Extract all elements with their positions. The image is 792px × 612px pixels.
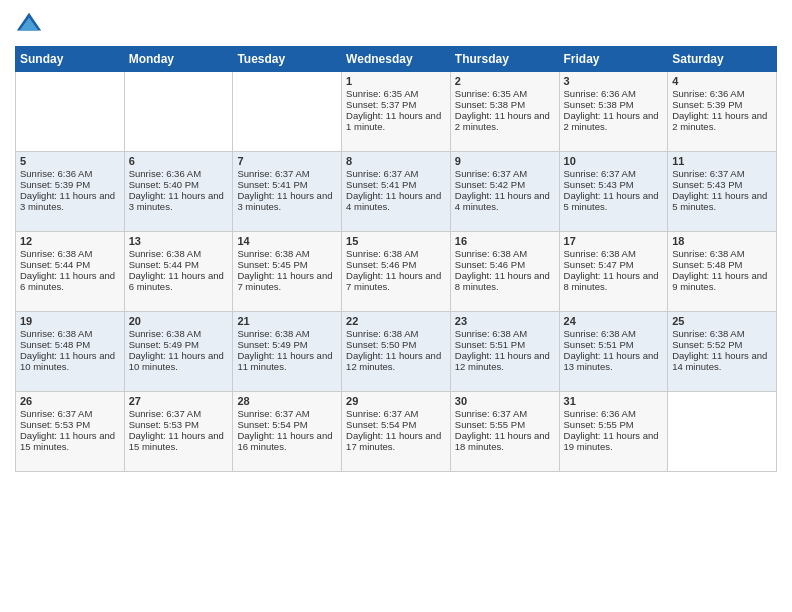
daylight-text: Daylight: 11 hours and 15 minutes. xyxy=(129,430,229,452)
sunrise-text: Sunrise: 6:38 AM xyxy=(672,248,772,259)
calendar-day-cell: 19Sunrise: 6:38 AMSunset: 5:48 PMDayligh… xyxy=(16,312,125,392)
sunrise-text: Sunrise: 6:36 AM xyxy=(564,408,664,419)
sunset-text: Sunset: 5:38 PM xyxy=(564,99,664,110)
day-number: 19 xyxy=(20,315,120,327)
sunset-text: Sunset: 5:44 PM xyxy=(20,259,120,270)
sunrise-text: Sunrise: 6:37 AM xyxy=(237,408,337,419)
calendar-week-row: 5Sunrise: 6:36 AMSunset: 5:39 PMDaylight… xyxy=(16,152,777,232)
weekday-header-row: SundayMondayTuesdayWednesdayThursdayFrid… xyxy=(16,47,777,72)
day-number: 14 xyxy=(237,235,337,247)
sunset-text: Sunset: 5:54 PM xyxy=(237,419,337,430)
sunrise-text: Sunrise: 6:36 AM xyxy=(20,168,120,179)
daylight-text: Daylight: 11 hours and 7 minutes. xyxy=(237,270,337,292)
daylight-text: Daylight: 11 hours and 2 minutes. xyxy=(455,110,555,132)
daylight-text: Daylight: 11 hours and 10 minutes. xyxy=(20,350,120,372)
daylight-text: Daylight: 11 hours and 18 minutes. xyxy=(455,430,555,452)
day-number: 6 xyxy=(129,155,229,167)
sunrise-text: Sunrise: 6:36 AM xyxy=(564,88,664,99)
day-number: 8 xyxy=(346,155,446,167)
calendar-week-row: 26Sunrise: 6:37 AMSunset: 5:53 PMDayligh… xyxy=(16,392,777,472)
daylight-text: Daylight: 11 hours and 10 minutes. xyxy=(129,350,229,372)
day-number: 12 xyxy=(20,235,120,247)
weekday-header: Saturday xyxy=(668,47,777,72)
calendar-table: SundayMondayTuesdayWednesdayThursdayFrid… xyxy=(15,46,777,472)
sunset-text: Sunset: 5:39 PM xyxy=(672,99,772,110)
sunset-text: Sunset: 5:51 PM xyxy=(564,339,664,350)
day-number: 5 xyxy=(20,155,120,167)
daylight-text: Daylight: 11 hours and 16 minutes. xyxy=(237,430,337,452)
daylight-text: Daylight: 11 hours and 2 minutes. xyxy=(672,110,772,132)
daylight-text: Daylight: 11 hours and 5 minutes. xyxy=(672,190,772,212)
day-number: 15 xyxy=(346,235,446,247)
day-number: 28 xyxy=(237,395,337,407)
calendar-week-row: 19Sunrise: 6:38 AMSunset: 5:48 PMDayligh… xyxy=(16,312,777,392)
sunset-text: Sunset: 5:52 PM xyxy=(672,339,772,350)
page: SundayMondayTuesdayWednesdayThursdayFrid… xyxy=(0,0,792,612)
sunset-text: Sunset: 5:38 PM xyxy=(455,99,555,110)
sunrise-text: Sunrise: 6:37 AM xyxy=(672,168,772,179)
calendar-day-cell: 26Sunrise: 6:37 AMSunset: 5:53 PMDayligh… xyxy=(16,392,125,472)
calendar-day-cell: 31Sunrise: 6:36 AMSunset: 5:55 PMDayligh… xyxy=(559,392,668,472)
day-number: 25 xyxy=(672,315,772,327)
daylight-text: Daylight: 11 hours and 12 minutes. xyxy=(346,350,446,372)
sunset-text: Sunset: 5:55 PM xyxy=(455,419,555,430)
calendar-day-cell: 17Sunrise: 6:38 AMSunset: 5:47 PMDayligh… xyxy=(559,232,668,312)
daylight-text: Daylight: 11 hours and 11 minutes. xyxy=(237,350,337,372)
calendar-day-cell: 15Sunrise: 6:38 AMSunset: 5:46 PMDayligh… xyxy=(342,232,451,312)
daylight-text: Daylight: 11 hours and 12 minutes. xyxy=(455,350,555,372)
sunset-text: Sunset: 5:41 PM xyxy=(237,179,337,190)
daylight-text: Daylight: 11 hours and 8 minutes. xyxy=(564,270,664,292)
daylight-text: Daylight: 11 hours and 7 minutes. xyxy=(346,270,446,292)
calendar-day-cell: 12Sunrise: 6:38 AMSunset: 5:44 PMDayligh… xyxy=(16,232,125,312)
sunrise-text: Sunrise: 6:37 AM xyxy=(455,168,555,179)
day-number: 11 xyxy=(672,155,772,167)
sunset-text: Sunset: 5:37 PM xyxy=(346,99,446,110)
sunset-text: Sunset: 5:54 PM xyxy=(346,419,446,430)
sunrise-text: Sunrise: 6:36 AM xyxy=(129,168,229,179)
sunrise-text: Sunrise: 6:38 AM xyxy=(346,248,446,259)
sunset-text: Sunset: 5:53 PM xyxy=(129,419,229,430)
daylight-text: Daylight: 11 hours and 3 minutes. xyxy=(237,190,337,212)
calendar-week-row: 1Sunrise: 6:35 AMSunset: 5:37 PMDaylight… xyxy=(16,72,777,152)
sunrise-text: Sunrise: 6:38 AM xyxy=(672,328,772,339)
day-number: 23 xyxy=(455,315,555,327)
daylight-text: Daylight: 11 hours and 2 minutes. xyxy=(564,110,664,132)
calendar-day-cell: 11Sunrise: 6:37 AMSunset: 5:43 PMDayligh… xyxy=(668,152,777,232)
sunset-text: Sunset: 5:47 PM xyxy=(564,259,664,270)
sunrise-text: Sunrise: 6:38 AM xyxy=(237,248,337,259)
daylight-text: Daylight: 11 hours and 3 minutes. xyxy=(20,190,120,212)
sunset-text: Sunset: 5:51 PM xyxy=(455,339,555,350)
daylight-text: Daylight: 11 hours and 15 minutes. xyxy=(20,430,120,452)
day-number: 24 xyxy=(564,315,664,327)
calendar-day-cell: 9Sunrise: 6:37 AMSunset: 5:42 PMDaylight… xyxy=(450,152,559,232)
day-number: 31 xyxy=(564,395,664,407)
header xyxy=(15,10,777,38)
weekday-header: Wednesday xyxy=(342,47,451,72)
sunset-text: Sunset: 5:40 PM xyxy=(129,179,229,190)
sunset-text: Sunset: 5:48 PM xyxy=(20,339,120,350)
sunset-text: Sunset: 5:49 PM xyxy=(129,339,229,350)
weekday-header: Tuesday xyxy=(233,47,342,72)
sunrise-text: Sunrise: 6:38 AM xyxy=(346,328,446,339)
day-number: 20 xyxy=(129,315,229,327)
day-number: 17 xyxy=(564,235,664,247)
day-number: 9 xyxy=(455,155,555,167)
calendar-day-cell: 16Sunrise: 6:38 AMSunset: 5:46 PMDayligh… xyxy=(450,232,559,312)
calendar-day-cell: 2Sunrise: 6:35 AMSunset: 5:38 PMDaylight… xyxy=(450,72,559,152)
calendar-day-cell xyxy=(233,72,342,152)
sunrise-text: Sunrise: 6:38 AM xyxy=(129,328,229,339)
day-number: 30 xyxy=(455,395,555,407)
sunrise-text: Sunrise: 6:37 AM xyxy=(455,408,555,419)
calendar-day-cell xyxy=(124,72,233,152)
weekday-header: Sunday xyxy=(16,47,125,72)
calendar-day-cell: 7Sunrise: 6:37 AMSunset: 5:41 PMDaylight… xyxy=(233,152,342,232)
sunset-text: Sunset: 5:39 PM xyxy=(20,179,120,190)
day-number: 10 xyxy=(564,155,664,167)
sunset-text: Sunset: 5:50 PM xyxy=(346,339,446,350)
calendar-day-cell: 28Sunrise: 6:37 AMSunset: 5:54 PMDayligh… xyxy=(233,392,342,472)
calendar-day-cell: 13Sunrise: 6:38 AMSunset: 5:44 PMDayligh… xyxy=(124,232,233,312)
logo-icon xyxy=(15,10,43,38)
sunrise-text: Sunrise: 6:38 AM xyxy=(455,328,555,339)
sunrise-text: Sunrise: 6:37 AM xyxy=(346,408,446,419)
sunrise-text: Sunrise: 6:37 AM xyxy=(129,408,229,419)
